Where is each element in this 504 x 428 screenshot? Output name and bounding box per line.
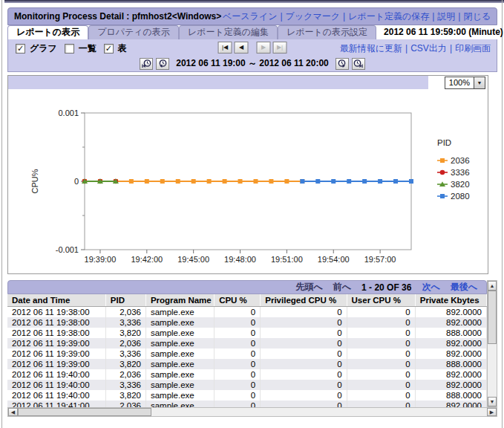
pagination-prev: 前へ <box>333 281 351 294</box>
table-cell: 2012 06 11 19:38:00 <box>7 317 105 328</box>
toolbar-row-1: ✓グラフ一覧✓表 |◀◀▶▶| 最新情報に更新|CSV出力|印刷画面 <box>8 39 497 56</box>
table-row: 2012 06 11 19:38:003,820sample.exe000888… <box>7 328 487 338</box>
column-header-1[interactable]: PID <box>105 294 145 307</box>
table-cell: 3,820 <box>105 359 145 369</box>
checkbox-label-1: 一覧 <box>79 42 96 55</box>
table-cell: 0 <box>261 307 347 318</box>
vertical-scroll-thumb[interactable] <box>488 291 497 344</box>
report-timestamp: 2012 06 11 19:59:00 (Minute) GMT+09:00 <box>384 25 504 39</box>
link-separator: | <box>450 43 452 54</box>
table-content: 先頭へ前へ1 - 20 OF 36次へ最後へ Date and TimePIDP… <box>7 280 487 407</box>
table-cell: 0 <box>347 328 415 338</box>
table-row: 2012 06 11 19:38:002,036sample.exe000892… <box>7 307 487 318</box>
column-header-2[interactable]: Program Name <box>145 294 214 307</box>
header-link-1[interactable]: ブックマーク <box>286 11 340 22</box>
window-frame-top <box>4 0 504 3</box>
table-cell: sample.exe <box>145 359 214 369</box>
table-cell: 0 <box>347 317 415 328</box>
svg-text:2080: 2080 <box>451 192 470 201</box>
checkbox-2[interactable]: ✓ <box>104 44 114 54</box>
range-first-button[interactable] <box>140 58 153 70</box>
column-header-4[interactable]: Privileged CPU % <box>261 294 347 307</box>
horizontal-scroll-thumb[interactable] <box>18 408 151 416</box>
zoom-area: 100% ▼ <box>428 76 488 89</box>
table-cell: 3,336 <box>105 348 145 359</box>
vertical-scroll-track[interactable] <box>488 344 497 397</box>
clock-forward-icon <box>337 59 347 68</box>
range-next-button[interactable] <box>336 58 349 70</box>
tab-property-view[interactable]: プロパティの表示 <box>88 25 179 39</box>
table-cell: 888.0000 <box>415 328 486 338</box>
window-frame-right <box>502 0 503 428</box>
column-header-5[interactable]: User CPU % <box>347 294 415 307</box>
link-separator: | <box>458 11 460 22</box>
table-row: 2012 06 11 19:40:003,820sample.exe000888… <box>7 390 487 401</box>
table-cell: 892.0000 <box>415 307 486 318</box>
table-body: 2012 06 11 19:38:002,036sample.exe000892… <box>7 307 487 408</box>
table-cell: 2012 06 11 19:38:00 <box>7 328 105 338</box>
table-cell: 892.0000 <box>415 348 486 359</box>
chart-svg: 0.0010-0.00119:39:0019:42:0019:45:0019:4… <box>8 89 488 273</box>
scroll-up-icon[interactable]: ▲ <box>488 281 497 291</box>
table-cell: 0 <box>215 338 261 348</box>
checkbox-label-0: グラフ <box>30 42 57 55</box>
page-first-button[interactable]: |◀ <box>218 42 232 54</box>
link-separator: | <box>280 11 282 22</box>
pagination-last[interactable]: 最後へ <box>451 281 477 294</box>
chevron-down-icon[interactable]: ▼ <box>474 77 485 88</box>
scroll-left-icon[interactable]: ◀ <box>8 408 18 416</box>
range-last-button[interactable] <box>352 58 365 70</box>
table-cell: 0 <box>347 359 415 369</box>
page-nav-buttons: |◀◀▶▶| <box>218 42 287 54</box>
vertical-scrollbar[interactable]: ▲ ▼ <box>487 280 497 407</box>
svg-text:2036: 2036 <box>451 156 470 165</box>
table-cell: 0 <box>347 401 415 407</box>
table-cell: 2012 06 11 19:39:00 <box>7 348 105 359</box>
column-header-3[interactable]: CPU % <box>215 294 261 307</box>
table-cell: 0 <box>347 307 415 318</box>
svg-text:19:48:00: 19:48:00 <box>224 255 256 264</box>
svg-text:3820: 3820 <box>451 180 470 189</box>
toolbar-link-2[interactable]: 印刷画面 <box>455 43 491 54</box>
table-cell: 892.0000 <box>415 338 486 348</box>
toolbar-link-1[interactable]: CSV出力 <box>410 43 447 54</box>
link-separator: | <box>432 11 434 22</box>
header-link-0[interactable]: ベースライン <box>223 11 277 22</box>
checkbox-0[interactable]: ✓ <box>16 44 25 54</box>
header-link-3[interactable]: 説明 <box>437 11 455 22</box>
range-prev-button[interactable] <box>156 58 169 70</box>
table-cell: 0 <box>261 390 347 401</box>
zoom-level-select[interactable]: 100% ▼ <box>445 77 485 89</box>
table-cell: 2,036 <box>105 369 145 380</box>
svg-text:0: 0 <box>74 177 79 186</box>
scroll-right-icon[interactable]: ▶ <box>487 408 497 416</box>
horizontal-scrollbar[interactable]: ◀ ▶ <box>7 407 497 417</box>
table-cell: 892.0000 <box>415 369 486 380</box>
table-cell: 2,036 <box>105 401 145 407</box>
tab-report-display-settings[interactable]: レポートの表示設定 <box>278 25 376 39</box>
table-cell: 3,336 <box>105 380 145 390</box>
page-prev-button[interactable]: ◀ <box>235 42 249 54</box>
table-cell: sample.exe <box>145 338 214 348</box>
table-cell: 0 <box>215 369 261 380</box>
table-cell: 0 <box>347 338 415 348</box>
table-cell: 3,820 <box>105 328 145 338</box>
svg-text:PID: PID <box>437 138 451 147</box>
page-next-button: ▶ <box>257 42 271 54</box>
header-link-4[interactable]: 閉じる <box>463 11 491 22</box>
table-cell: 0 <box>261 317 347 328</box>
column-header-0[interactable]: Date and Time <box>7 294 105 307</box>
scroll-down-icon[interactable]: ▼ <box>488 397 497 406</box>
pagination-next[interactable]: 次へ <box>422 281 439 294</box>
tab-report-definition-edit[interactable]: レポート定義の編集 <box>179 25 278 39</box>
tab-report-view[interactable]: レポートの表示 <box>7 25 88 39</box>
table-cell: 0 <box>347 369 415 380</box>
horizontal-scroll-track[interactable] <box>151 408 487 416</box>
table-cell: 892.0000 <box>415 380 486 390</box>
toolbar-link-0[interactable]: 最新情報に更新 <box>340 43 402 54</box>
table-cell: 892.0000 <box>415 401 486 407</box>
header-link-2[interactable]: レポート定義の保存 <box>348 11 429 22</box>
column-header-6[interactable]: Private Kbytes <box>415 294 486 307</box>
cpu-percent-chart: 0.0010-0.00119:39:0019:42:0019:45:0019:4… <box>8 89 488 273</box>
checkbox-1[interactable] <box>65 44 74 54</box>
